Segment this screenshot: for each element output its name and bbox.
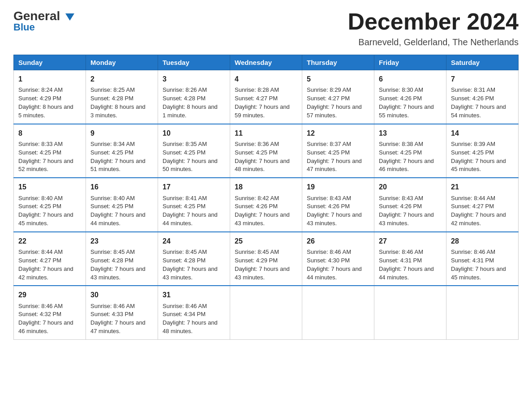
header-friday: Friday: [374, 55, 446, 70]
day-info: Sunrise: 8:45 AMSunset: 4:28 PMDaylight:…: [163, 248, 225, 282]
header-tuesday: Tuesday: [158, 55, 230, 70]
day-number: 8: [18, 128, 81, 138]
table-row: 19Sunrise: 8:43 AMSunset: 4:26 PMDayligh…: [302, 178, 374, 232]
day-info: Sunrise: 8:46 AMSunset: 4:33 PMDaylight:…: [90, 302, 153, 336]
page-subtitle: Barneveld, Gelderland, The Netherlands: [348, 37, 519, 47]
table-row: 17Sunrise: 8:41 AMSunset: 4:25 PMDayligh…: [158, 178, 230, 232]
day-number: 2: [90, 74, 153, 84]
table-row: 10Sunrise: 8:35 AMSunset: 4:25 PMDayligh…: [158, 124, 230, 178]
calendar-week-2: 8Sunrise: 8:33 AMSunset: 4:25 PMDaylight…: [14, 124, 519, 178]
day-info: Sunrise: 8:34 AMSunset: 4:25 PMDaylight:…: [90, 140, 153, 174]
table-row: 14Sunrise: 8:39 AMSunset: 4:25 PMDayligh…: [446, 124, 519, 178]
day-info: Sunrise: 8:46 AMSunset: 4:31 PMDaylight:…: [379, 248, 442, 282]
day-number: 4: [235, 74, 297, 84]
table-row: 15Sunrise: 8:40 AMSunset: 4:25 PMDayligh…: [14, 178, 86, 232]
day-info: Sunrise: 8:46 AMSunset: 4:30 PMDaylight:…: [307, 248, 369, 282]
day-number: 28: [451, 236, 514, 246]
table-row: 8Sunrise: 8:33 AMSunset: 4:25 PMDaylight…: [14, 124, 86, 178]
header-wednesday: Wednesday: [230, 55, 302, 70]
header-sunday: Sunday: [14, 55, 86, 70]
calendar-week-1: 1Sunrise: 8:24 AMSunset: 4:29 PMDaylight…: [14, 70, 519, 124]
day-number: 7: [451, 74, 514, 84]
day-info: Sunrise: 8:26 AMSunset: 4:28 PMDaylight:…: [163, 86, 225, 120]
day-number: 17: [163, 182, 225, 192]
day-number: 6: [379, 74, 442, 84]
table-row: 9Sunrise: 8:34 AMSunset: 4:25 PMDaylight…: [86, 124, 158, 178]
calendar-header-row: Sunday Monday Tuesday Wednesday Thursday…: [14, 55, 519, 70]
day-number: 20: [379, 182, 442, 192]
day-info: Sunrise: 8:40 AMSunset: 4:25 PMDaylight:…: [90, 194, 153, 228]
day-number: 9: [90, 128, 153, 138]
day-info: Sunrise: 8:45 AMSunset: 4:29 PMDaylight:…: [235, 248, 297, 282]
day-number: 16: [90, 182, 153, 192]
day-info: Sunrise: 8:45 AMSunset: 4:28 PMDaylight:…: [90, 248, 153, 282]
day-info: Sunrise: 8:30 AMSunset: 4:26 PMDaylight:…: [379, 86, 442, 120]
table-row: [230, 286, 302, 339]
table-row: 2Sunrise: 8:25 AMSunset: 4:28 PMDaylight…: [86, 70, 158, 124]
table-row: 23Sunrise: 8:45 AMSunset: 4:28 PMDayligh…: [86, 232, 158, 286]
page-header: General Blue December 2024 Barneveld, Ge…: [13, 9, 519, 47]
table-row: [374, 286, 446, 339]
calendar-week-3: 15Sunrise: 8:40 AMSunset: 4:25 PMDayligh…: [14, 178, 519, 232]
table-row: 11Sunrise: 8:36 AMSunset: 4:25 PMDayligh…: [230, 124, 302, 178]
day-number: 11: [235, 128, 297, 138]
table-row: 26Sunrise: 8:46 AMSunset: 4:30 PMDayligh…: [302, 232, 374, 286]
header-monday: Monday: [86, 55, 158, 70]
day-number: 15: [18, 182, 81, 192]
table-row: 31Sunrise: 8:46 AMSunset: 4:34 PMDayligh…: [158, 286, 230, 339]
day-info: Sunrise: 8:24 AMSunset: 4:29 PMDaylight:…: [18, 86, 81, 120]
day-info: Sunrise: 8:38 AMSunset: 4:25 PMDaylight:…: [379, 140, 442, 174]
day-number: 25: [235, 236, 297, 246]
table-row: 28Sunrise: 8:46 AMSunset: 4:31 PMDayligh…: [446, 232, 519, 286]
day-number: 1: [18, 74, 81, 84]
day-info: Sunrise: 8:43 AMSunset: 4:26 PMDaylight:…: [307, 194, 369, 228]
day-info: Sunrise: 8:36 AMSunset: 4:25 PMDaylight:…: [235, 140, 297, 174]
day-info: Sunrise: 8:46 AMSunset: 4:34 PMDaylight:…: [163, 302, 225, 336]
day-number: 12: [307, 128, 369, 138]
day-info: Sunrise: 8:46 AMSunset: 4:31 PMDaylight:…: [451, 248, 514, 282]
day-number: 26: [307, 236, 369, 246]
day-number: 14: [451, 128, 514, 138]
day-number: 19: [307, 182, 369, 192]
day-info: Sunrise: 8:29 AMSunset: 4:27 PMDaylight:…: [307, 86, 369, 120]
table-row: 16Sunrise: 8:40 AMSunset: 4:25 PMDayligh…: [86, 178, 158, 232]
day-number: 5: [307, 74, 369, 84]
day-info: Sunrise: 8:44 AMSunset: 4:27 PMDaylight:…: [18, 248, 81, 282]
table-row: 24Sunrise: 8:45 AMSunset: 4:28 PMDayligh…: [158, 232, 230, 286]
table-row: 21Sunrise: 8:44 AMSunset: 4:27 PMDayligh…: [446, 178, 519, 232]
day-info: Sunrise: 8:28 AMSunset: 4:27 PMDaylight:…: [235, 86, 297, 120]
day-number: 22: [18, 236, 81, 246]
table-row: 30Sunrise: 8:46 AMSunset: 4:33 PMDayligh…: [86, 286, 158, 339]
day-number: 30: [90, 290, 153, 300]
table-row: [446, 286, 519, 339]
calendar-table: Sunday Monday Tuesday Wednesday Thursday…: [13, 55, 519, 340]
table-row: 7Sunrise: 8:31 AMSunset: 4:26 PMDaylight…: [446, 70, 519, 124]
day-number: 27: [379, 236, 442, 246]
day-number: 31: [163, 290, 225, 300]
day-info: Sunrise: 8:35 AMSunset: 4:25 PMDaylight:…: [163, 140, 225, 174]
calendar-week-4: 22Sunrise: 8:44 AMSunset: 4:27 PMDayligh…: [14, 232, 519, 286]
day-number: 3: [163, 74, 225, 84]
day-number: 24: [163, 236, 225, 246]
day-info: Sunrise: 8:25 AMSunset: 4:28 PMDaylight:…: [90, 86, 153, 120]
day-number: 13: [379, 128, 442, 138]
day-number: 18: [235, 182, 297, 192]
day-info: Sunrise: 8:42 AMSunset: 4:26 PMDaylight:…: [235, 194, 297, 228]
logo-blue-text: Blue: [13, 21, 35, 33]
table-row: 29Sunrise: 8:46 AMSunset: 4:32 PMDayligh…: [14, 286, 86, 339]
day-info: Sunrise: 8:40 AMSunset: 4:25 PMDaylight:…: [18, 194, 81, 228]
table-row: 6Sunrise: 8:30 AMSunset: 4:26 PMDaylight…: [374, 70, 446, 124]
table-row: 5Sunrise: 8:29 AMSunset: 4:27 PMDaylight…: [302, 70, 374, 124]
day-info: Sunrise: 8:43 AMSunset: 4:26 PMDaylight:…: [379, 194, 442, 228]
day-number: 23: [90, 236, 153, 246]
day-info: Sunrise: 8:37 AMSunset: 4:25 PMDaylight:…: [307, 140, 369, 174]
day-info: Sunrise: 8:41 AMSunset: 4:25 PMDaylight:…: [163, 194, 225, 228]
day-info: Sunrise: 8:39 AMSunset: 4:25 PMDaylight:…: [451, 140, 514, 174]
table-row: 25Sunrise: 8:45 AMSunset: 4:29 PMDayligh…: [230, 232, 302, 286]
logo: General Blue: [13, 9, 74, 33]
header-saturday: Saturday: [446, 55, 519, 70]
page-title: December 2024: [348, 9, 519, 34]
day-info: Sunrise: 8:44 AMSunset: 4:27 PMDaylight:…: [451, 194, 514, 228]
day-number: 29: [18, 290, 81, 300]
calendar-week-5: 29Sunrise: 8:46 AMSunset: 4:32 PMDayligh…: [14, 286, 519, 339]
